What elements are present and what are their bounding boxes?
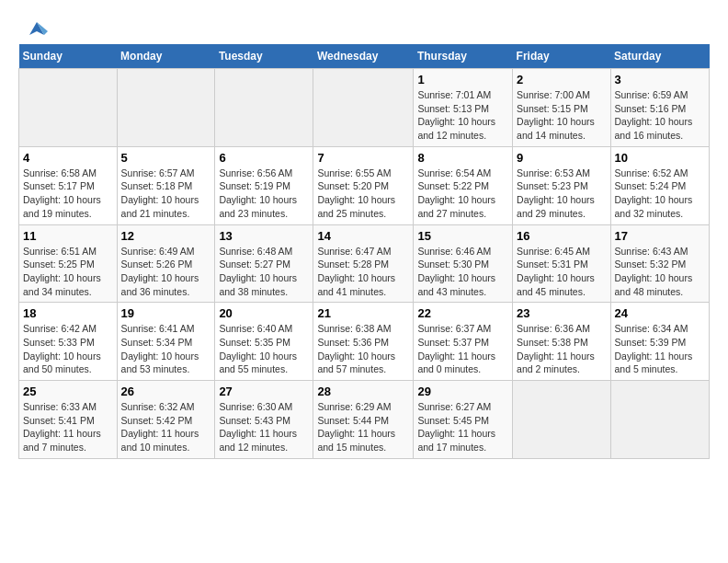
calendar-cell: 26Sunrise: 6:32 AM Sunset: 5:42 PM Dayli… xyxy=(117,381,215,459)
day-number: 12 xyxy=(121,229,211,243)
day-number: 25 xyxy=(23,385,113,398)
calendar-cell xyxy=(19,69,118,147)
header-row: SundayMondayTuesdayWednesdayThursdayFrid… xyxy=(19,44,710,69)
header-day-tuesday: Tuesday xyxy=(215,44,313,69)
calendar-cell xyxy=(117,69,215,147)
day-info: Sunrise: 6:49 AM Sunset: 5:26 PM Dayligh… xyxy=(121,246,199,297)
day-info: Sunrise: 6:41 AM Sunset: 5:34 PM Dayligh… xyxy=(121,323,199,374)
day-info: Sunrise: 6:45 AM Sunset: 5:31 PM Dayligh… xyxy=(517,246,595,297)
day-number: 20 xyxy=(219,306,309,320)
calendar-cell: 23Sunrise: 6:36 AM Sunset: 5:38 PM Dayli… xyxy=(513,303,610,381)
day-number: 14 xyxy=(317,229,409,243)
calendar-cell: 2Sunrise: 7:00 AM Sunset: 5:15 PM Daylig… xyxy=(513,69,610,147)
calendar-cell: 1Sunrise: 7:01 AM Sunset: 5:13 PM Daylig… xyxy=(414,69,513,147)
header-day-friday: Friday xyxy=(513,44,610,69)
header-day-saturday: Saturday xyxy=(610,44,709,69)
calendar-cell: 22Sunrise: 6:37 AM Sunset: 5:37 PM Dayli… xyxy=(414,303,513,381)
calendar-cell: 20Sunrise: 6:40 AM Sunset: 5:35 PM Dayli… xyxy=(215,303,313,381)
calendar-table: SundayMondayTuesdayWednesdayThursdayFrid… xyxy=(18,44,710,459)
day-number: 24 xyxy=(615,306,705,320)
page-header xyxy=(18,18,710,35)
day-number: 28 xyxy=(317,385,409,398)
calendar-header: SundayMondayTuesdayWednesdayThursdayFrid… xyxy=(19,44,710,69)
day-info: Sunrise: 6:48 AM Sunset: 5:27 PM Dayligh… xyxy=(219,246,297,297)
day-number: 10 xyxy=(615,151,705,165)
calendar-cell xyxy=(313,69,414,147)
calendar-cell: 25Sunrise: 6:33 AM Sunset: 5:41 PM Dayli… xyxy=(19,381,118,459)
calendar-cell: 5Sunrise: 6:57 AM Sunset: 5:18 PM Daylig… xyxy=(117,146,215,224)
calendar-cell: 18Sunrise: 6:42 AM Sunset: 5:33 PM Dayli… xyxy=(19,303,118,381)
day-number: 18 xyxy=(23,306,113,320)
day-number: 21 xyxy=(317,306,409,320)
calendar-cell: 3Sunrise: 6:59 AM Sunset: 5:16 PM Daylig… xyxy=(610,69,709,147)
day-info: Sunrise: 6:34 AM Sunset: 5:39 PM Dayligh… xyxy=(615,323,693,374)
day-info: Sunrise: 6:53 AM Sunset: 5:23 PM Dayligh… xyxy=(517,167,595,219)
calendar-cell: 21Sunrise: 6:38 AM Sunset: 5:36 PM Dayli… xyxy=(313,303,414,381)
day-info: Sunrise: 6:54 AM Sunset: 5:22 PM Dayligh… xyxy=(417,167,495,219)
day-number: 29 xyxy=(417,385,508,398)
calendar-cell: 13Sunrise: 6:48 AM Sunset: 5:27 PM Dayli… xyxy=(215,224,313,303)
calendar-cell: 29Sunrise: 6:27 AM Sunset: 5:45 PM Dayli… xyxy=(414,381,513,459)
day-number: 16 xyxy=(517,229,606,243)
day-number: 6 xyxy=(219,151,309,165)
day-info: Sunrise: 6:38 AM Sunset: 5:36 PM Dayligh… xyxy=(317,323,395,374)
day-info: Sunrise: 6:36 AM Sunset: 5:38 PM Dayligh… xyxy=(517,323,595,374)
day-info: Sunrise: 6:37 AM Sunset: 5:37 PM Dayligh… xyxy=(417,323,495,374)
week-row-1: 1Sunrise: 7:01 AM Sunset: 5:13 PM Daylig… xyxy=(19,69,710,147)
header-day-monday: Monday xyxy=(117,44,215,69)
calendar-cell: 9Sunrise: 6:53 AM Sunset: 5:23 PM Daylig… xyxy=(513,146,610,224)
week-row-2: 4Sunrise: 6:58 AM Sunset: 5:17 PM Daylig… xyxy=(19,146,710,224)
day-number: 23 xyxy=(517,306,606,320)
week-row-5: 25Sunrise: 6:33 AM Sunset: 5:41 PM Dayli… xyxy=(19,381,710,459)
day-info: Sunrise: 6:52 AM Sunset: 5:24 PM Dayligh… xyxy=(615,167,693,219)
day-info: Sunrise: 6:57 AM Sunset: 5:18 PM Dayligh… xyxy=(121,167,199,219)
day-number: 3 xyxy=(615,73,705,86)
calendar-cell: 17Sunrise: 6:43 AM Sunset: 5:32 PM Dayli… xyxy=(610,224,709,303)
calendar-cell xyxy=(513,381,610,459)
calendar-cell: 24Sunrise: 6:34 AM Sunset: 5:39 PM Dayli… xyxy=(610,303,709,381)
week-row-4: 18Sunrise: 6:42 AM Sunset: 5:33 PM Dayli… xyxy=(19,303,710,381)
calendar-cell: 15Sunrise: 6:46 AM Sunset: 5:30 PM Dayli… xyxy=(414,224,513,303)
day-number: 22 xyxy=(417,306,508,320)
day-info: Sunrise: 6:32 AM Sunset: 5:42 PM Dayligh… xyxy=(121,401,199,453)
week-row-3: 11Sunrise: 6:51 AM Sunset: 5:25 PM Dayli… xyxy=(19,224,710,303)
day-number: 13 xyxy=(219,229,309,243)
day-info: Sunrise: 6:27 AM Sunset: 5:45 PM Dayligh… xyxy=(417,401,495,453)
calendar-cell xyxy=(610,381,709,459)
day-number: 9 xyxy=(517,151,606,165)
header-day-sunday: Sunday xyxy=(19,44,118,69)
day-info: Sunrise: 6:55 AM Sunset: 5:20 PM Dayligh… xyxy=(317,167,395,219)
day-number: 4 xyxy=(23,151,113,165)
logo xyxy=(18,18,51,35)
calendar-cell: 19Sunrise: 6:41 AM Sunset: 5:34 PM Dayli… xyxy=(117,303,215,381)
logo-bird-icon xyxy=(22,18,51,39)
day-info: Sunrise: 6:58 AM Sunset: 5:17 PM Dayligh… xyxy=(23,167,101,219)
day-info: Sunrise: 7:01 AM Sunset: 5:13 PM Dayligh… xyxy=(417,89,495,141)
calendar-cell: 27Sunrise: 6:30 AM Sunset: 5:43 PM Dayli… xyxy=(215,381,313,459)
calendar-cell: 10Sunrise: 6:52 AM Sunset: 5:24 PM Dayli… xyxy=(610,146,709,224)
calendar-cell: 7Sunrise: 6:55 AM Sunset: 5:20 PM Daylig… xyxy=(313,146,414,224)
day-number: 1 xyxy=(417,73,508,86)
header-day-thursday: Thursday xyxy=(414,44,513,69)
day-info: Sunrise: 6:59 AM Sunset: 5:16 PM Dayligh… xyxy=(615,89,693,141)
day-info: Sunrise: 6:40 AM Sunset: 5:35 PM Dayligh… xyxy=(219,323,297,374)
header-day-wednesday: Wednesday xyxy=(313,44,414,69)
day-number: 26 xyxy=(121,385,211,398)
day-number: 19 xyxy=(121,306,211,320)
calendar-cell: 16Sunrise: 6:45 AM Sunset: 5:31 PM Dayli… xyxy=(513,224,610,303)
day-info: Sunrise: 6:29 AM Sunset: 5:44 PM Dayligh… xyxy=(317,401,395,453)
day-info: Sunrise: 6:46 AM Sunset: 5:30 PM Dayligh… xyxy=(417,246,495,297)
day-number: 7 xyxy=(317,151,409,165)
calendar-cell: 28Sunrise: 6:29 AM Sunset: 5:44 PM Dayli… xyxy=(313,381,414,459)
day-number: 17 xyxy=(615,229,705,243)
day-number: 8 xyxy=(417,151,508,165)
day-number: 15 xyxy=(417,229,508,243)
day-info: Sunrise: 7:00 AM Sunset: 5:15 PM Dayligh… xyxy=(517,89,595,141)
day-info: Sunrise: 6:33 AM Sunset: 5:41 PM Dayligh… xyxy=(23,401,101,453)
day-info: Sunrise: 6:30 AM Sunset: 5:43 PM Dayligh… xyxy=(219,401,297,453)
day-info: Sunrise: 6:42 AM Sunset: 5:33 PM Dayligh… xyxy=(23,323,101,374)
day-number: 5 xyxy=(121,151,211,165)
day-number: 11 xyxy=(23,229,113,243)
day-number: 27 xyxy=(219,385,309,398)
calendar-cell: 6Sunrise: 6:56 AM Sunset: 5:19 PM Daylig… xyxy=(215,146,313,224)
